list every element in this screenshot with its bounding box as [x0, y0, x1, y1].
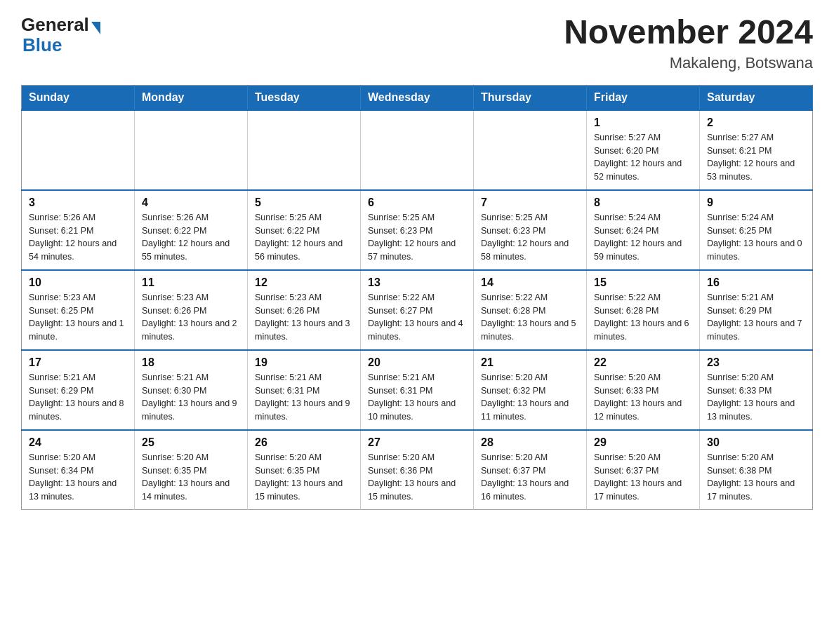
header-thursday: Thursday	[474, 85, 587, 110]
table-row: 4Sunrise: 5:26 AMSunset: 6:22 PMDaylight…	[135, 190, 248, 270]
day-number: 28	[481, 436, 579, 449]
sunrise-text: Sunrise: 5:20 AM	[707, 371, 805, 384]
header-saturday: Saturday	[700, 85, 813, 110]
sunset-text: Sunset: 6:33 PM	[594, 384, 692, 398]
day-info: Sunrise: 5:20 AMSunset: 6:33 PMDaylight:…	[594, 371, 692, 424]
table-row: 25Sunrise: 5:20 AMSunset: 6:35 PMDayligh…	[135, 430, 248, 510]
day-info: Sunrise: 5:22 AMSunset: 6:28 PMDaylight:…	[481, 291, 579, 344]
day-info: Sunrise: 5:27 AMSunset: 6:20 PMDaylight:…	[594, 131, 692, 184]
daylight-text: Daylight: 12 hours and 55 minutes.	[142, 237, 240, 264]
page-header: General Blue November 2024 Makaleng, Bot…	[21, 14, 813, 72]
day-number: 20	[368, 356, 466, 369]
day-number: 21	[481, 356, 579, 369]
sunrise-text: Sunrise: 5:21 AM	[368, 371, 466, 384]
sunrise-text: Sunrise: 5:27 AM	[594, 131, 692, 145]
daylight-text: Daylight: 13 hours and 15 minutes.	[255, 477, 353, 504]
day-info: Sunrise: 5:25 AMSunset: 6:23 PMDaylight:…	[481, 211, 579, 264]
table-row: 10Sunrise: 5:23 AMSunset: 6:25 PMDayligh…	[22, 270, 135, 350]
sunrise-text: Sunrise: 5:27 AM	[707, 131, 805, 145]
day-info: Sunrise: 5:25 AMSunset: 6:23 PMDaylight:…	[368, 211, 466, 264]
table-row: 12Sunrise: 5:23 AMSunset: 6:26 PMDayligh…	[248, 270, 361, 350]
day-info: Sunrise: 5:20 AMSunset: 6:34 PMDaylight:…	[29, 451, 127, 504]
day-number: 26	[255, 436, 353, 449]
sunset-text: Sunset: 6:22 PM	[255, 224, 353, 238]
day-info: Sunrise: 5:21 AMSunset: 6:31 PMDaylight:…	[368, 371, 466, 424]
table-row: 24Sunrise: 5:20 AMSunset: 6:34 PMDayligh…	[22, 430, 135, 510]
sunrise-text: Sunrise: 5:26 AM	[142, 211, 240, 224]
day-number: 3	[29, 196, 127, 209]
sunset-text: Sunset: 6:23 PM	[481, 224, 579, 238]
sunset-text: Sunset: 6:32 PM	[481, 384, 579, 398]
daylight-text: Daylight: 13 hours and 11 minutes.	[481, 397, 579, 424]
daylight-text: Daylight: 13 hours and 17 minutes.	[594, 477, 692, 504]
table-row: 22Sunrise: 5:20 AMSunset: 6:33 PMDayligh…	[587, 350, 700, 430]
table-row	[474, 110, 587, 190]
table-row: 14Sunrise: 5:22 AMSunset: 6:28 PMDayligh…	[474, 270, 587, 350]
table-row: 7Sunrise: 5:25 AMSunset: 6:23 PMDaylight…	[474, 190, 587, 270]
table-row	[135, 110, 248, 190]
table-row: 6Sunrise: 5:25 AMSunset: 6:23 PMDaylight…	[361, 190, 474, 270]
daylight-text: Daylight: 12 hours and 56 minutes.	[255, 237, 353, 264]
sunrise-text: Sunrise: 5:23 AM	[29, 291, 127, 304]
table-row: 27Sunrise: 5:20 AMSunset: 6:36 PMDayligh…	[361, 430, 474, 510]
sunset-text: Sunset: 6:28 PM	[481, 304, 579, 318]
day-info: Sunrise: 5:27 AMSunset: 6:21 PMDaylight:…	[707, 131, 805, 184]
sunrise-text: Sunrise: 5:21 AM	[29, 371, 127, 384]
table-row	[248, 110, 361, 190]
calendar-week-row: 10Sunrise: 5:23 AMSunset: 6:25 PMDayligh…	[22, 270, 813, 350]
day-info: Sunrise: 5:20 AMSunset: 6:37 PMDaylight:…	[481, 451, 579, 504]
day-info: Sunrise: 5:24 AMSunset: 6:24 PMDaylight:…	[594, 211, 692, 264]
day-info: Sunrise: 5:20 AMSunset: 6:35 PMDaylight:…	[255, 451, 353, 504]
sunset-text: Sunset: 6:38 PM	[707, 464, 805, 478]
day-info: Sunrise: 5:21 AMSunset: 6:29 PMDaylight:…	[29, 371, 127, 424]
logo: General Blue	[21, 14, 100, 56]
daylight-text: Daylight: 12 hours and 53 minutes.	[707, 157, 805, 184]
sunset-text: Sunset: 6:24 PM	[594, 224, 692, 238]
day-number: 22	[594, 356, 692, 369]
logo-blue-text: Blue	[22, 34, 62, 55]
day-number: 13	[368, 276, 466, 289]
sunrise-text: Sunrise: 5:20 AM	[255, 451, 353, 464]
sunset-text: Sunset: 6:23 PM	[368, 224, 466, 238]
calendar-week-row: 3Sunrise: 5:26 AMSunset: 6:21 PMDaylight…	[22, 190, 813, 270]
header-tuesday: Tuesday	[248, 85, 361, 110]
sunrise-text: Sunrise: 5:25 AM	[368, 211, 466, 224]
sunset-text: Sunset: 6:37 PM	[481, 464, 579, 478]
table-row: 26Sunrise: 5:20 AMSunset: 6:35 PMDayligh…	[248, 430, 361, 510]
sunrise-text: Sunrise: 5:21 AM	[142, 371, 240, 384]
sunset-text: Sunset: 6:26 PM	[255, 304, 353, 318]
day-info: Sunrise: 5:26 AMSunset: 6:21 PMDaylight:…	[29, 211, 127, 264]
table-row: 17Sunrise: 5:21 AMSunset: 6:29 PMDayligh…	[22, 350, 135, 430]
day-info: Sunrise: 5:20 AMSunset: 6:33 PMDaylight:…	[707, 371, 805, 424]
day-number: 2	[707, 116, 805, 129]
logo-triangle-icon	[91, 22, 100, 34]
day-info: Sunrise: 5:23 AMSunset: 6:26 PMDaylight:…	[142, 291, 240, 344]
day-number: 18	[142, 356, 240, 369]
day-number: 23	[707, 356, 805, 369]
day-info: Sunrise: 5:22 AMSunset: 6:27 PMDaylight:…	[368, 291, 466, 344]
daylight-text: Daylight: 13 hours and 14 minutes.	[142, 477, 240, 504]
day-info: Sunrise: 5:23 AMSunset: 6:25 PMDaylight:…	[29, 291, 127, 344]
calendar-title: November 2024	[564, 14, 813, 51]
table-row: 23Sunrise: 5:20 AMSunset: 6:33 PMDayligh…	[700, 350, 813, 430]
sunset-text: Sunset: 6:26 PM	[142, 304, 240, 318]
day-info: Sunrise: 5:25 AMSunset: 6:22 PMDaylight:…	[255, 211, 353, 264]
sunset-text: Sunset: 6:31 PM	[368, 384, 466, 398]
sunrise-text: Sunrise: 5:24 AM	[594, 211, 692, 224]
daylight-text: Daylight: 13 hours and 7 minutes.	[707, 317, 805, 344]
sunrise-text: Sunrise: 5:20 AM	[594, 371, 692, 384]
header-wednesday: Wednesday	[361, 85, 474, 110]
day-number: 7	[481, 196, 579, 209]
day-info: Sunrise: 5:21 AMSunset: 6:30 PMDaylight:…	[142, 371, 240, 424]
day-info: Sunrise: 5:22 AMSunset: 6:28 PMDaylight:…	[594, 291, 692, 344]
calendar-subtitle: Makaleng, Botswana	[564, 54, 813, 72]
day-number: 19	[255, 356, 353, 369]
sunrise-text: Sunrise: 5:26 AM	[29, 211, 127, 224]
sunset-text: Sunset: 6:30 PM	[142, 384, 240, 398]
table-row: 29Sunrise: 5:20 AMSunset: 6:37 PMDayligh…	[587, 430, 700, 510]
daylight-text: Daylight: 13 hours and 17 minutes.	[707, 477, 805, 504]
daylight-text: Daylight: 13 hours and 15 minutes.	[368, 477, 466, 504]
day-number: 8	[594, 196, 692, 209]
daylight-text: Daylight: 13 hours and 13 minutes.	[707, 397, 805, 424]
daylight-text: Daylight: 13 hours and 6 minutes.	[594, 317, 692, 344]
